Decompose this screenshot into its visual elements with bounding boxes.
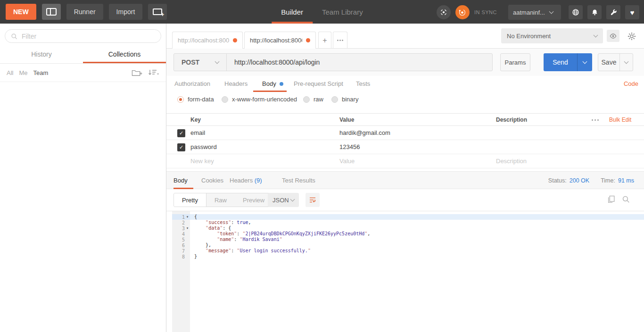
gutter-line[interactable]: 5 [172, 237, 190, 242]
response-tab-headers[interactable]: Headers (9) [230, 177, 262, 184]
format-dropdown[interactable]: JSON [268, 193, 299, 207]
search-response-button[interactable] [622, 195, 630, 205]
request-tab-1[interactable]: http://localhost:8000/ [172, 32, 243, 49]
fold-arrow-icon[interactable]: ▾ [185, 215, 190, 219]
request-tab-strip: http://localhost:8000/ http://localhost:… [166, 24, 644, 49]
editor-code[interactable]: { "success": true, "data": { "token": "2… [190, 211, 644, 332]
tab-team-library[interactable]: Team Library [313, 0, 372, 24]
notifications-button[interactable] [587, 5, 602, 19]
import-button[interactable]: Import [109, 4, 143, 20]
copy-button[interactable] [607, 195, 615, 205]
folder-plus-icon[interactable] [132, 69, 142, 76]
sync-button[interactable] [455, 5, 470, 19]
gutter-line[interactable]: 7 [172, 248, 190, 254]
radio-x-www-form-urlencoded[interactable]: x-www-form-urlencoded [222, 96, 297, 103]
tab-body[interactable]: Body [262, 80, 276, 87]
radio-selected-icon [177, 96, 184, 103]
runner-button[interactable]: Runner [66, 4, 103, 20]
settings-button[interactable] [606, 5, 620, 19]
new-window-button[interactable] [148, 4, 167, 20]
tab-headers[interactable]: Headers [224, 80, 248, 87]
row-checkbox[interactable]: ✓ [177, 129, 185, 137]
radio-raw[interactable]: raw [303, 96, 323, 103]
environment-settings-button[interactable] [626, 30, 638, 42]
code-link[interactable]: Code [624, 80, 638, 87]
favorites-button[interactable]: ♥ [625, 5, 639, 19]
filter-box [5, 29, 161, 43]
code-line: } [190, 254, 644, 259]
tab-collections[interactable]: Collections [83, 46, 166, 63]
response-header: Body Cookies Headers (9) Test Results St… [166, 171, 644, 189]
more-tabs-button[interactable] [333, 32, 347, 49]
gutter-line[interactable]: 3▾ [172, 225, 190, 231]
value-cell[interactable]: hardik@gmail.com [339, 129, 390, 136]
request-tab-2[interactable]: http://localhost:8000/ [244, 32, 316, 49]
new-description-input[interactable]: Description [496, 158, 527, 165]
save-options-button[interactable] [619, 54, 633, 71]
wrap-lines-button[interactable] [305, 193, 320, 207]
add-tab-button[interactable]: + [318, 32, 331, 49]
response-tab-cookies[interactable]: Cookies [201, 177, 223, 184]
tab-builder[interactable]: Builder [272, 0, 313, 24]
radio-form-data[interactable]: form-data [177, 96, 214, 103]
new-value-input[interactable]: Value [339, 158, 355, 165]
sidebar-toggle-button[interactable] [42, 4, 61, 20]
tab-tests[interactable]: Tests [356, 80, 370, 87]
scope-team[interactable]: Team [33, 69, 49, 76]
key-cell[interactable]: password [190, 143, 217, 150]
scope-me[interactable]: Me [19, 69, 27, 76]
scope-all[interactable]: All [7, 69, 13, 76]
row-checkbox[interactable]: ✓ [177, 143, 185, 151]
gutter-line[interactable]: 6 [172, 242, 190, 248]
response-tab-test-results[interactable]: Test Results [282, 177, 315, 184]
magnifier-icon [622, 195, 630, 203]
new-key-input[interactable]: New key [190, 158, 214, 165]
environment-dropdown[interactable]: No Environment [501, 28, 603, 43]
sort-icon[interactable] [148, 69, 159, 76]
response-tab-body[interactable]: Body [173, 177, 188, 184]
gutter-line[interactable]: 2 [172, 220, 190, 225]
environment-preview-button[interactable] [607, 30, 619, 42]
main-panel: http://localhost:8000/ http://localhost:… [166, 24, 644, 332]
chevron-down-icon [290, 197, 295, 201]
filter-input[interactable] [22, 33, 155, 40]
response-metrics: Status: 200 OK Time: 91 ms [548, 177, 634, 184]
bulk-edit-link[interactable]: Bulk Edit [609, 116, 631, 123]
method-dropdown[interactable]: POST [174, 54, 227, 71]
copy-icon [607, 195, 615, 203]
headers-count-badge: (9) [255, 177, 262, 184]
request-tab-label: http://localhost:8000/ [178, 37, 229, 44]
view-raw[interactable]: Raw [206, 193, 235, 207]
view-preview[interactable]: Preview [235, 193, 272, 207]
ellipsis-icon [337, 40, 339, 41]
send-options-button[interactable] [577, 53, 592, 71]
table-row: ✓ password 123456 [166, 140, 644, 154]
gutter-line[interactable]: 4 [172, 231, 190, 237]
interceptor-button[interactable] [437, 5, 451, 19]
tab-pre-request-script[interactable]: Pre-request Script [294, 80, 343, 87]
new-button[interactable]: NEW [6, 4, 36, 20]
sidebar-tabs: History Collections [0, 46, 166, 64]
account-dropdown[interactable]: aatmaninf... [508, 5, 561, 20]
gutter-line[interactable]: 8 [172, 254, 190, 259]
key-cell[interactable]: email [190, 129, 205, 136]
two-pane-layout-icon [46, 8, 57, 16]
save-button[interactable]: Save [598, 53, 633, 71]
url-input[interactable] [227, 54, 492, 71]
response-body-editor[interactable]: 1▾23▾45678 { "success": true, "data": { … [166, 211, 644, 332]
interceptor-icon [440, 8, 447, 16]
fold-arrow-icon[interactable]: ▾ [185, 226, 190, 230]
gutter-line[interactable]: 1▾ [172, 214, 190, 220]
params-button[interactable]: Params [500, 53, 530, 71]
value-cell[interactable]: 123456 [339, 143, 360, 150]
request-editor-tabs: Authorization Headers Body Pre-request S… [166, 76, 644, 92]
view-pretty[interactable]: Pretty [174, 193, 206, 207]
tab-history[interactable]: History [0, 46, 83, 63]
check-icon: ✓ [179, 130, 183, 136]
tab-authorization[interactable]: Authorization [174, 80, 210, 87]
code-line: { [190, 214, 644, 220]
globe-button[interactable] [569, 5, 583, 19]
send-button[interactable]: Send [544, 53, 592, 71]
radio-binary[interactable]: binary [331, 96, 358, 103]
table-more-button[interactable] [592, 119, 599, 121]
